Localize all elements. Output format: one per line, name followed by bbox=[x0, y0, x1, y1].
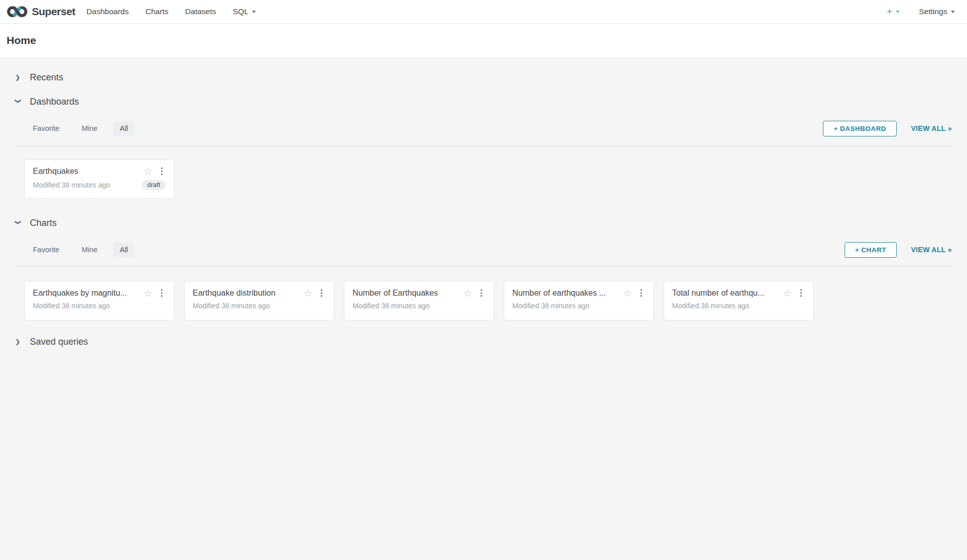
superset-logo[interactable]: Superset bbox=[7, 4, 75, 19]
card-bottom-row: Modified 38 minutes ago bbox=[512, 302, 645, 310]
nav-sql-menu[interactable]: SQL bbox=[233, 7, 256, 16]
page-header: Home bbox=[0, 24, 967, 57]
chart-card-title[interactable]: Total number of earthqu... bbox=[672, 288, 779, 298]
favorite-star-icon[interactable]: ☆ bbox=[303, 289, 312, 298]
charts-controls-row: Favorite Mine All + CHART VIEW ALL » bbox=[15, 242, 952, 257]
charts-divider bbox=[15, 266, 952, 266]
dashboards-tab-mine[interactable]: Mine bbox=[75, 121, 104, 136]
card-bottom-row: Modified 38 minutes ago bbox=[33, 302, 166, 310]
kebab-menu-icon[interactable]: ⋮ bbox=[797, 289, 805, 298]
caret-down-icon bbox=[896, 11, 900, 13]
charts-tabs: Favorite Mine All bbox=[26, 243, 135, 257]
dashboards-card-grid: Earthquakes ☆ ⋮ Modified 38 minutes ago … bbox=[24, 159, 952, 199]
dashboards-tab-all[interactable]: All bbox=[113, 121, 135, 136]
chart-card[interactable]: Total number of earthqu... ☆ ⋮ Modified … bbox=[664, 281, 814, 320]
chart-card[interactable]: Number of earthquakes ... ☆ ⋮ Modified 3… bbox=[504, 281, 654, 320]
chart-card-title[interactable]: Earthquake distribution bbox=[193, 288, 299, 298]
recents-section-toggle[interactable]: ❯ Recents bbox=[15, 71, 63, 83]
kebab-menu-icon[interactable]: ⋮ bbox=[157, 167, 166, 176]
card-top-row: Total number of earthqu... ☆ ⋮ bbox=[672, 288, 805, 298]
home-content: ❯ Recents ❯ Dashboards Favorite Mine All… bbox=[0, 71, 967, 348]
favorite-star-icon[interactable]: ☆ bbox=[144, 289, 152, 298]
caret-down-icon bbox=[252, 11, 256, 13]
dashboards-section-toggle[interactable]: ❯ Dashboards bbox=[15, 96, 79, 108]
dashboards-tabs: Favorite Mine All bbox=[26, 121, 135, 136]
recents-section-title: Recents bbox=[30, 72, 63, 83]
charts-tab-favorite[interactable]: Favorite bbox=[26, 243, 66, 257]
main-nav: Dashboards Charts Datasets SQL bbox=[86, 7, 273, 16]
dashboards-section-title: Dashboards bbox=[30, 97, 79, 107]
dashboards-actions: + DASHBOARD VIEW ALL » bbox=[823, 121, 952, 136]
new-dashboard-button[interactable]: + DASHBOARD bbox=[823, 121, 897, 136]
card-bottom-row: Modified 38 minutes ago bbox=[353, 302, 486, 310]
dashboards-tab-favorite[interactable]: Favorite bbox=[26, 121, 66, 136]
settings-label: Settings bbox=[919, 7, 947, 16]
charts-actions: + CHART VIEW ALL » bbox=[845, 242, 952, 258]
card-top-row: Earthquakes ☆ ⋮ bbox=[33, 166, 166, 176]
chevron-right-icon: ❯ bbox=[15, 339, 21, 345]
kebab-menu-icon[interactable]: ⋮ bbox=[317, 289, 326, 298]
favorite-star-icon[interactable]: ☆ bbox=[463, 289, 472, 298]
view-all-charts-link[interactable]: VIEW ALL » bbox=[911, 246, 952, 254]
charts-section-toggle[interactable]: ❯ Charts bbox=[15, 217, 57, 229]
chart-card[interactable]: Earthquake distribution ☆ ⋮ Modified 38 … bbox=[184, 281, 334, 320]
card-bottom-row: Modified 38 minutes ago bbox=[193, 302, 326, 310]
chart-card-title[interactable]: Earthquakes by magnitu... bbox=[33, 288, 140, 298]
card-top-row: Number of Earthquakes ☆ ⋮ bbox=[353, 288, 486, 298]
charts-section-title: Charts bbox=[30, 218, 57, 228]
chart-card-title[interactable]: Number of Earthquakes bbox=[353, 288, 459, 298]
nav-datasets[interactable]: Datasets bbox=[185, 7, 216, 16]
settings-menu-button[interactable]: Settings bbox=[919, 7, 955, 16]
chevron-down-icon: ❯ bbox=[15, 99, 21, 105]
chevron-right-icon: ❯ bbox=[15, 74, 21, 80]
favorite-star-icon[interactable]: ☆ bbox=[144, 167, 152, 176]
new-chart-button[interactable]: + CHART bbox=[845, 242, 897, 258]
favorite-star-icon[interactable]: ☆ bbox=[623, 289, 632, 298]
page-title: Home bbox=[7, 34, 36, 46]
card-bottom-row: Modified 38 minutes ago draft bbox=[33, 180, 166, 190]
nav-charts[interactable]: Charts bbox=[145, 7, 168, 16]
chart-card[interactable]: Earthquakes by magnitu... ☆ ⋮ Modified 3… bbox=[24, 281, 174, 320]
dashboard-card-title[interactable]: Earthquakes bbox=[33, 166, 140, 176]
top-navbar: Superset Dashboards Charts Datasets SQL … bbox=[0, 0, 967, 24]
card-bottom-row: Modified 38 minutes ago bbox=[672, 302, 805, 310]
nav-sql-label: SQL bbox=[233, 7, 248, 16]
kebab-menu-icon[interactable]: ⋮ bbox=[637, 289, 645, 298]
modified-timestamp: Modified 38 minutes ago bbox=[193, 302, 270, 310]
card-top-row: Earthquake distribution ☆ ⋮ bbox=[193, 288, 326, 298]
card-top-row: Number of earthquakes ... ☆ ⋮ bbox=[512, 288, 645, 298]
dashboard-card-earthquakes[interactable]: Earthquakes ☆ ⋮ Modified 38 minutes ago … bbox=[24, 159, 174, 199]
plus-icon: + bbox=[887, 6, 892, 17]
new-item-menu-button[interactable]: + bbox=[887, 6, 900, 17]
modified-timestamp: Modified 38 minutes ago bbox=[33, 181, 110, 189]
chart-card[interactable]: Number of Earthquakes ☆ ⋮ Modified 38 mi… bbox=[344, 281, 494, 320]
charts-tab-all[interactable]: All bbox=[113, 243, 135, 257]
nav-dashboards[interactable]: Dashboards bbox=[86, 7, 129, 16]
kebab-menu-icon[interactable]: ⋮ bbox=[477, 289, 486, 298]
chart-card-title[interactable]: Number of earthquakes ... bbox=[512, 288, 619, 298]
modified-timestamp: Modified 38 minutes ago bbox=[672, 302, 750, 310]
caret-down-icon bbox=[951, 11, 955, 13]
saved-queries-section-title: Saved queries bbox=[30, 337, 88, 347]
kebab-menu-icon[interactable]: ⋮ bbox=[157, 289, 166, 298]
modified-timestamp: Modified 38 minutes ago bbox=[33, 302, 110, 310]
favorite-star-icon[interactable]: ☆ bbox=[783, 289, 792, 298]
dashboards-controls-row: Favorite Mine All + DASHBOARD VIEW ALL » bbox=[15, 121, 952, 136]
view-all-dashboards-link[interactable]: VIEW ALL » bbox=[911, 124, 952, 132]
charts-tab-mine[interactable]: Mine bbox=[75, 243, 104, 257]
dashboards-divider bbox=[15, 146, 952, 147]
superset-infinity-icon bbox=[7, 4, 28, 19]
navbar-right: + Settings bbox=[887, 6, 955, 17]
brand-name: Superset bbox=[32, 6, 75, 18]
modified-timestamp: Modified 38 minutes ago bbox=[353, 302, 430, 310]
chevron-down-icon: ❯ bbox=[15, 220, 21, 226]
draft-status-badge: draft bbox=[142, 180, 166, 190]
saved-queries-section-toggle[interactable]: ❯ Saved queries bbox=[15, 336, 88, 348]
charts-card-grid: Earthquakes by magnitu... ☆ ⋮ Modified 3… bbox=[24, 281, 952, 320]
modified-timestamp: Modified 38 minutes ago bbox=[512, 302, 590, 310]
card-top-row: Earthquakes by magnitu... ☆ ⋮ bbox=[33, 288, 166, 298]
